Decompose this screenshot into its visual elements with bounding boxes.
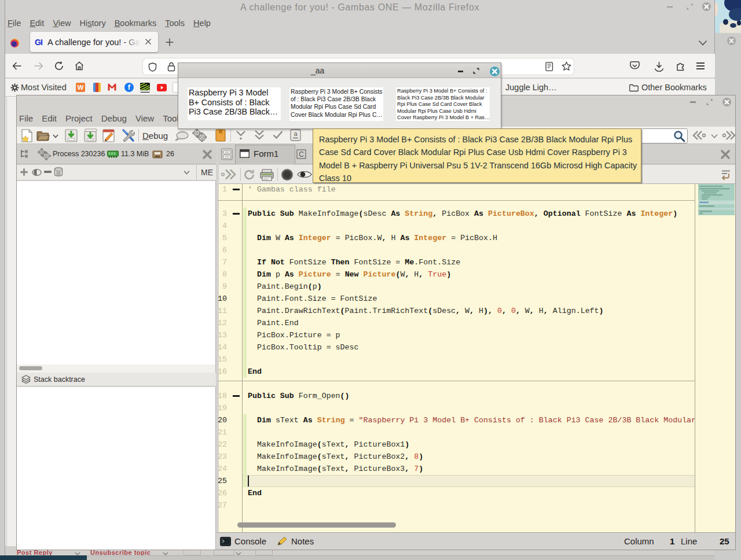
svg-text:a: a <box>294 130 298 137</box>
svg-text:C: C <box>299 150 304 159</box>
